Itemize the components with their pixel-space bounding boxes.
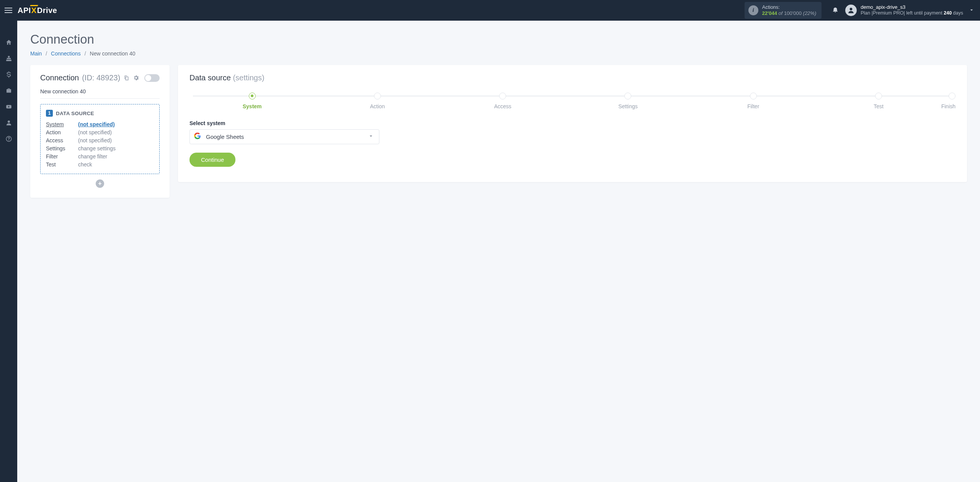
ds-val-settings: change settings — [78, 145, 154, 151]
connection-title: Connection — [40, 73, 79, 82]
step-filter[interactable]: Filter — [691, 92, 816, 109]
connection-toggle[interactable] — [144, 74, 160, 82]
data-source-heading: DATA SOURCE — [56, 111, 94, 116]
connection-summary-card: Connection (ID: 48923) New connection 40… — [30, 65, 170, 198]
menu-toggle[interactable] — [3, 5, 14, 16]
ds-key-access: Access — [46, 137, 78, 143]
connection-name: New connection 40 — [40, 88, 160, 99]
sidebar-item-home[interactable] — [0, 34, 17, 50]
breadcrumb-connections[interactable]: Connections — [51, 50, 81, 57]
step-finish[interactable]: Finish — [941, 92, 956, 109]
data-source-box: 1 DATA SOURCE System (not specified) Act… — [40, 104, 160, 174]
info-icon: i — [748, 5, 758, 15]
user-menu[interactable]: demo_apix-drive_s3 Plan |Premium PRO| le… — [845, 4, 963, 16]
chevron-down-icon — [368, 133, 374, 140]
sidebar-item-billing[interactable] — [0, 67, 17, 83]
right-title-sub: (settings) — [233, 73, 264, 82]
step-system[interactable]: System — [189, 92, 315, 109]
step-settings[interactable]: Settings — [565, 92, 691, 109]
data-source-rows: System (not specified) Action (not speci… — [46, 121, 154, 168]
breadcrumb-current: New connection 40 — [90, 50, 136, 57]
notifications-icon[interactable] — [828, 6, 842, 15]
ds-key-system[interactable]: System — [46, 121, 78, 127]
chevron-down-icon[interactable] — [969, 7, 975, 14]
actions-text: Actions: 22'044 of 100'000 (22%) — [762, 4, 817, 17]
ds-val-action: (not specified) — [78, 129, 154, 135]
actions-counter[interactable]: i Actions: 22'044 of 100'000 (22%) — [745, 2, 822, 19]
select-system-label: Select system — [189, 120, 956, 126]
sidebar-item-help[interactable] — [0, 131, 17, 147]
actions-percent: (22%) — [803, 10, 817, 16]
sidebar-item-briefcase[interactable] — [0, 83, 17, 99]
copy-icon[interactable] — [123, 75, 130, 81]
ds-val-filter: change filter — [78, 153, 154, 160]
svg-point-2 — [8, 120, 10, 123]
select-system[interactable]: Google Sheets — [189, 129, 379, 144]
breadcrumb: Main / Connections / New connection 40 — [30, 50, 967, 57]
breadcrumb-sep: / — [43, 50, 49, 57]
sidebar — [0, 21, 17, 209]
data-source-number-badge: 1 — [46, 110, 53, 117]
ds-key-action: Action — [46, 129, 78, 135]
connection-id: (ID: 48923) — [82, 73, 120, 82]
actions-of: of — [777, 10, 784, 16]
ds-key-filter: Filter — [46, 153, 78, 160]
username: demo_apix-drive_s3 — [861, 4, 963, 10]
ds-key-test: Test — [46, 161, 78, 168]
right-panel-title: Data source (settings) — [189, 73, 956, 82]
content-area: Connection Main / Connections / New conn… — [17, 21, 980, 209]
app-logo[interactable]: APIXDrive — [18, 6, 57, 15]
sidebar-item-connections[interactable] — [0, 50, 17, 67]
avatar-icon — [845, 5, 857, 16]
logo-text-drive: Drive — [37, 6, 57, 15]
ds-val-access: (not specified) — [78, 137, 154, 143]
breadcrumb-main[interactable]: Main — [30, 50, 42, 57]
step-access[interactable]: Access — [440, 92, 565, 109]
ds-val-test: check — [78, 161, 154, 168]
page-title: Connection — [30, 32, 967, 47]
svg-point-4 — [8, 140, 9, 141]
breadcrumb-sep: / — [82, 50, 88, 57]
sidebar-item-account[interactable] — [0, 115, 17, 131]
sidebar-item-video[interactable] — [0, 99, 17, 115]
continue-button[interactable]: Continue — [189, 153, 235, 167]
logo-text-x: X — [31, 6, 37, 15]
wizard-stepper: System Action Access Settings Filter — [189, 92, 956, 109]
ds-key-settings: Settings — [46, 145, 78, 151]
actions-label: Actions: — [762, 4, 817, 10]
google-sheets-icon — [194, 133, 201, 141]
data-source-settings-card: Data source (settings) System Action Acc… — [178, 65, 967, 182]
plan-line: Plan |Premium PRO| left until payment 24… — [861, 10, 963, 16]
topbar: APIXDrive i Actions: 22'044 of 100'000 (… — [0, 0, 980, 21]
logo-text-api: API — [18, 6, 31, 15]
step-action[interactable]: Action — [315, 92, 440, 109]
right-title-main: Data source — [189, 73, 231, 82]
svg-point-0 — [850, 8, 853, 10]
step-test[interactable]: Test — [816, 92, 941, 109]
gear-icon[interactable] — [133, 75, 139, 81]
ds-val-system[interactable]: (not specified) — [78, 121, 154, 127]
select-system-value: Google Sheets — [189, 129, 379, 144]
user-text: demo_apix-drive_s3 Plan |Premium PRO| le… — [861, 4, 963, 16]
add-block-button[interactable]: + — [96, 179, 104, 188]
actions-total: 100'000 — [784, 10, 802, 16]
actions-count: 22'044 — [762, 10, 777, 16]
